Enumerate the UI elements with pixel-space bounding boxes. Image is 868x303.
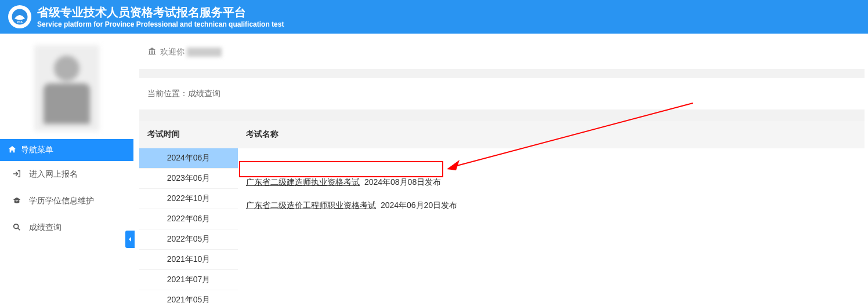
name-column-header: 考试名称 [238,121,865,148]
breadcrumb-label: 当前位置： [147,89,188,98]
time-item[interactable]: 2021年10月 [139,250,238,270]
svg-text:PTA: PTA [17,20,23,24]
svg-point-2 [14,224,19,228]
app-subtitle: Service platform for Province Profession… [37,20,284,28]
home-icon [8,145,16,155]
time-item[interactable]: 2022年06月 [139,209,238,229]
avatar [34,45,99,131]
app-header: PTA 省级专业技术人员资格考试报名服务平台 Service platform … [0,0,868,34]
welcome-text: 欢迎你 [160,47,185,57]
time-item[interactable]: 2021年07月 [139,270,238,290]
results-panel: 考试时间 2024年06月2023年06月2022年10月2022年06月202… [139,121,865,303]
login-icon [13,170,23,180]
time-column: 考试时间 2024年06月2023年06月2022年10月2022年06月202… [139,121,238,303]
exam-list: 广东省二级建造师执业资格考试 2024年08月08日发布广东省二级造价工程师职业… [238,148,865,220]
breadcrumb-value: 成绩查询 [188,89,220,98]
time-item[interactable]: 2021年05月 [139,290,238,303]
time-item[interactable]: 2022年05月 [139,229,238,250]
graduation-icon [13,196,23,206]
exam-row: 广东省二级造价工程师职业资格考试 2024年06月20日发布 [246,197,856,220]
time-item[interactable]: 2023年06月 [139,169,238,189]
nav-header: 导航菜单 [0,139,133,161]
time-list: 2024年06月2023年06月2022年10月2022年06月2022年05月… [139,148,238,303]
search-icon [13,223,23,233]
exam-publish-date: 2024年08月08日发布 [362,177,441,187]
sidebar-item-signup[interactable]: 进入网上报名 [0,161,133,188]
avatar-container [0,34,133,139]
sidebar: 导航菜单 进入网上报名 学历学位信息维护 成绩查询 [0,34,133,303]
exam-link[interactable]: 广东省二级造价工程师职业资格考试 [246,200,376,210]
welcome-bar: 欢迎你 [139,34,865,69]
institution-icon [147,46,157,57]
time-item[interactable]: 2022年10月 [139,189,238,209]
time-item[interactable]: 2024年06月 [139,148,238,169]
user-name-redacted [187,48,222,57]
time-column-header: 考试时间 [139,121,238,148]
sidebar-item-label: 成绩查询 [29,222,62,233]
breadcrumb: 当前位置：成绩查询 [139,78,865,109]
logo-icon: PTA [8,5,31,28]
exam-row: 广东省二级建造师执业资格考试 2024年08月08日发布 [246,174,856,197]
name-column: 考试名称 广东省二级建造师执业资格考试 2024年08月08日发布广东省二级造价… [238,121,865,303]
main-content: 欢迎你 当前位置：成绩查询 考试时间 2024年06月2023年06月2022年… [133,34,868,303]
nav-header-label: 导航菜单 [21,145,53,155]
exam-publish-date: 2024年06月20日发布 [378,200,457,210]
app-title: 省级专业技术人员资格考试报名服务平台 [37,5,284,19]
sidebar-item-score-query[interactable]: 成绩查询 [0,214,133,241]
sidebar-item-education[interactable]: 学历学位信息维护 [0,188,133,214]
sidebar-item-label: 学历学位信息维护 [29,196,94,206]
exam-link[interactable]: 广东省二级建造师执业资格考试 [246,177,360,187]
sidebar-item-label: 进入网上报名 [29,169,78,180]
